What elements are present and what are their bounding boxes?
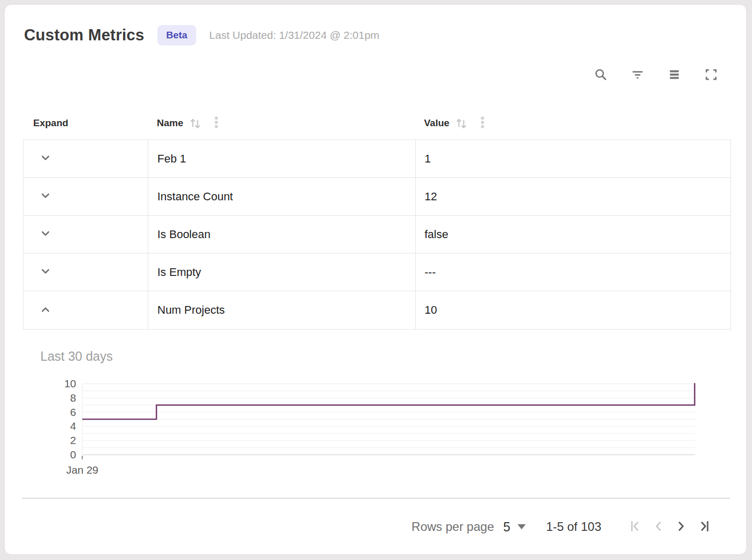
row-name: Is Boolean (148, 216, 416, 253)
rows-per-page-select[interactable]: 5 (503, 520, 526, 534)
column-menu-value-button[interactable] (476, 115, 489, 131)
row-name: Num Projects (148, 291, 416, 329)
table-row: Feb 1 1 (24, 140, 731, 178)
table-row: Is Boolean false (24, 216, 731, 253)
beta-badge: Beta (157, 25, 196, 45)
svg-text:Jan 29: Jan 29 (66, 464, 98, 476)
svg-text:8: 8 (70, 392, 76, 404)
rows-per-page-value: 5 (503, 520, 510, 534)
expand-row-button[interactable] (38, 302, 53, 318)
column-label: Expand (33, 118, 68, 129)
chevron-down-icon (39, 265, 52, 279)
column-menu-name-button[interactable] (209, 115, 223, 131)
expand-cell (24, 253, 148, 291)
search-button[interactable] (593, 67, 608, 82)
chevron-left-icon (651, 519, 666, 535)
svg-text:10: 10 (64, 378, 76, 389)
kebab-menu-icon (209, 115, 223, 131)
table-toolbar (593, 67, 719, 82)
chevron-right-icon (673, 519, 689, 535)
table-footer: Rows per page 5 1-5 of 103 (22, 498, 730, 555)
column-label: Value (424, 118, 450, 129)
first-page-icon (628, 519, 644, 535)
row-value: 10 (416, 291, 731, 329)
next-page-button[interactable] (670, 516, 692, 538)
column-header-expand: Expand (23, 118, 148, 129)
sort-value-button[interactable] (455, 115, 468, 131)
column-header-value: Value (415, 115, 731, 131)
svg-text:2: 2 (70, 434, 76, 446)
page-title: Custom Metrics (24, 26, 144, 44)
table-body: Feb 1 1 Instance Count 12 (23, 139, 731, 330)
row-value: 12 (416, 178, 731, 215)
rows-per-page-label: Rows per page (412, 520, 494, 534)
search-icon (594, 67, 608, 82)
filter-button[interactable] (630, 67, 645, 82)
chevron-down-icon (39, 189, 52, 204)
expand-cell (24, 216, 148, 253)
chevron-up-icon (39, 303, 52, 318)
dropdown-arrow-icon (518, 524, 526, 529)
row-value: --- (416, 253, 731, 291)
first-page-button (625, 516, 647, 538)
density-icon (667, 67, 682, 82)
sort-icon (189, 115, 202, 131)
chevron-down-icon (39, 151, 52, 166)
trend-chart-svg: 0246810Jan 29 (56, 378, 710, 480)
table-row: Num Projects 10 (24, 291, 731, 329)
last-page-button[interactable] (692, 516, 715, 538)
row-value: false (416, 216, 731, 253)
expand-row-button[interactable] (38, 265, 53, 280)
custom-metrics-panel: Custom Metrics Beta Last Updated: 1/31/2… (4, 4, 747, 555)
expand-cell (24, 140, 148, 177)
row-name: Instance Count (148, 178, 416, 215)
table-row: Is Empty --- (24, 253, 731, 291)
sort-icon (455, 115, 468, 131)
previous-page-button (647, 516, 670, 538)
column-header-name: Name (148, 115, 415, 131)
row-value: 1 (416, 140, 731, 177)
fullscreen-icon (704, 67, 718, 82)
table-row: Instance Count 12 (24, 178, 731, 216)
expand-row-button[interactable] (38, 189, 53, 204)
density-button[interactable] (667, 67, 682, 82)
last-page-icon (696, 519, 711, 535)
table-header-row: Expand Name Value (23, 107, 731, 139)
fullscreen-button[interactable] (703, 67, 719, 82)
row-name: Feb 1 (148, 140, 416, 177)
chevron-down-icon (39, 227, 52, 242)
expand-row-button[interactable] (38, 227, 53, 242)
last-updated-text: Last Updated: 1/31/2024 @ 2:01pm (209, 29, 380, 41)
chart-title: Last 30 days (40, 349, 113, 364)
row-name: Is Empty (148, 253, 416, 291)
kebab-menu-icon (476, 115, 489, 131)
svg-text:6: 6 (70, 406, 76, 418)
svg-text:4: 4 (70, 420, 76, 432)
filter-icon (630, 67, 645, 82)
expand-cell (24, 291, 148, 329)
expand-cell (24, 178, 148, 215)
panel-header: Custom Metrics Beta Last Updated: 1/31/2… (24, 25, 380, 45)
column-label: Name (157, 118, 183, 129)
expand-row-button[interactable] (38, 151, 53, 167)
pagination-range-label: 1-5 of 103 (546, 520, 601, 534)
sort-name-button[interactable] (189, 115, 202, 131)
svg-text:0: 0 (70, 449, 76, 460)
